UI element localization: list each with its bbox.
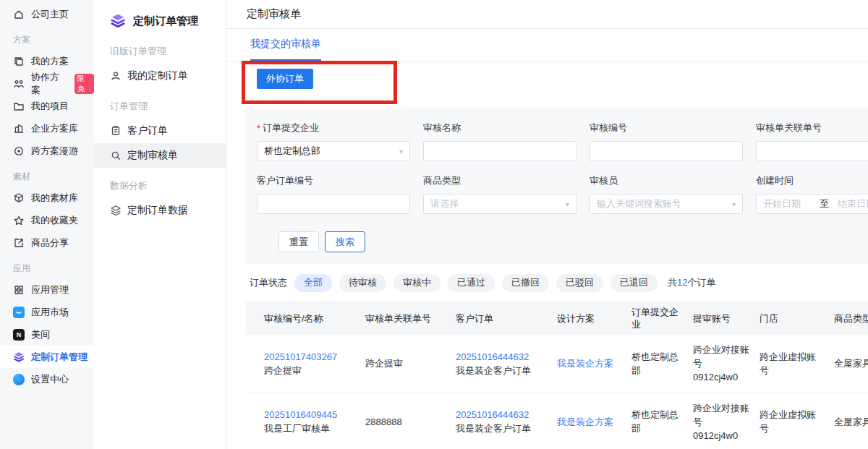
daterange-separator: 至 <box>820 197 829 210</box>
sidebar-item-label: 我的收藏夹 <box>31 214 78 227</box>
cell-customer-order: 20251016444632 我是装企客户订单 <box>456 393 557 449</box>
product-type-select[interactable]: 请选择 ▾ <box>423 194 576 214</box>
field-label-text: 审核单关联单号 <box>756 121 822 134</box>
field-label-text: 审核名称 <box>423 121 461 134</box>
sidebar-item-custom-order-manage[interactable]: 定制订单管理 <box>0 346 94 368</box>
status-pill-auditing[interactable]: 审核中 <box>393 274 441 292</box>
design-link[interactable]: 我是装企方案 <box>557 415 621 429</box>
outsource-order-button[interactable]: 外协订单 <box>257 69 313 89</box>
menu-section-old: 旧版订单管理 <box>94 39 226 64</box>
sidebar-item-meijian[interactable]: N 美间 <box>0 323 94 346</box>
sidebar-item-my-project[interactable]: 我的项目 <box>0 95 94 117</box>
app-title-text: 定制订单管理 <box>133 14 198 28</box>
sidebar-item-company-library[interactable]: 企业方案库 <box>0 117 94 140</box>
sidebar-item-cross-roam[interactable]: 跨方案漫游 <box>0 140 94 162</box>
sidebar-item-label: 我的方案 <box>31 55 69 68</box>
cell-related: 跨企提审 <box>365 335 456 393</box>
settings-icon <box>13 374 25 385</box>
sidebar-item-my-material[interactable]: 我的素材库 <box>0 187 94 209</box>
field-related-no: 审核单关联单号 <box>756 121 868 161</box>
star-icon <box>13 215 25 226</box>
search-button[interactable]: 搜索 <box>325 231 365 252</box>
sidebar-item-my-plan[interactable]: 我的方案 <box>0 50 94 72</box>
menu-item-custom-audit[interactable]: 定制审核单 <box>94 143 226 168</box>
audit-no-link[interactable]: 20251016409445 <box>264 408 355 422</box>
clipboard-icon <box>110 125 122 137</box>
status-pill-withdrawn[interactable]: 已撤回 <box>502 274 549 292</box>
collaboration-icon <box>13 78 25 90</box>
chevron-down-icon: ▾ <box>566 200 569 208</box>
sidebar-item-label: 跨方案漫游 <box>31 145 78 158</box>
sidebar-item-collab-plan[interactable]: 协作方案 限免 <box>0 72 94 95</box>
account-name: 跨企业对接账号 <box>693 401 749 429</box>
sidebar-item-app-manage[interactable]: 应用管理 <box>0 278 94 301</box>
audit-no-link[interactable]: 20251017403267 <box>264 350 355 364</box>
audit-no-input[interactable] <box>590 141 743 161</box>
col-store: 门店 <box>760 302 834 335</box>
audit-name-input[interactable] <box>423 141 576 161</box>
cube-icon <box>13 192 25 204</box>
col-design: 设计方案 <box>557 302 631 335</box>
menu-item-custom-order-data[interactable]: 定制订单数据 <box>94 198 226 223</box>
status-pill-returned[interactable]: 已退回 <box>610 274 658 292</box>
audit-name: 跨企提审 <box>264 364 355 377</box>
app-market-icon <box>13 307 25 318</box>
sidebar-item-label: 协作方案 <box>31 71 67 97</box>
status-pill-pending[interactable]: 待审核 <box>339 274 386 292</box>
layers-icon <box>110 205 122 216</box>
section-label-plan: 方案 <box>0 30 94 50</box>
order-status-filter: 订单状态 全部 待审核 审核中 已通过 已撤回 已驳回 已退回 共12个订单 <box>226 264 868 302</box>
status-pill-rejected[interactable]: 已驳回 <box>556 274 603 292</box>
start-date-placeholder: 开始日期 <box>763 197 801 210</box>
status-pill-passed[interactable]: 已通过 <box>448 274 495 292</box>
menu-item-label: 我的定制订单 <box>127 69 188 82</box>
count-number: 12 <box>677 277 687 288</box>
reset-button[interactable]: 重置 <box>278 231 319 252</box>
related-no-input[interactable] <box>756 141 868 161</box>
field-label-text: 审核员 <box>590 174 618 187</box>
select-placeholder: 输入关键词搜索账号 <box>597 197 681 210</box>
folder-icon <box>13 101 25 112</box>
cell-design: 我是装企方案 <box>557 335 631 393</box>
app-title: 定制订单管理 <box>94 9 226 33</box>
submit-company-select[interactable]: 桥也定制总部 ▾ <box>257 141 410 161</box>
sidebar-item-product-share[interactable]: 商品分享 <box>0 231 94 254</box>
customer-order-link[interactable]: 20251016444632 <box>456 408 547 422</box>
menu-item-my-custom-orders[interactable]: 我的定制订单 <box>94 64 226 88</box>
chevron-down-icon: ▾ <box>399 147 403 155</box>
field-label-text: 创建时间 <box>756 174 793 187</box>
audit-table: 审核编号/名称 审核单关联单号 客户订单 设计方案 订单提交企业 提审账号 门店… <box>246 302 868 449</box>
left-sidebar: 公司主页 方案 我的方案 协作方案 限免 我的项目 企业方案库 跨方案漫游 素材… <box>0 0 94 449</box>
sidebar-item-label: 商品分享 <box>31 236 69 249</box>
tab-my-submitted-audits[interactable]: 我提交的审核单 <box>250 29 321 61</box>
user-icon <box>110 70 122 82</box>
menu-section-order: 订单管理 <box>94 94 226 119</box>
sidebar-item-settings[interactable]: 设置中心 <box>0 368 94 390</box>
menu-item-customer-orders[interactable]: 客户订单 <box>94 119 226 143</box>
search-icon <box>110 150 122 161</box>
design-link[interactable]: 我是装企方案 <box>557 356 621 370</box>
sidebar-item-my-favorites[interactable]: 我的收藏夹 <box>0 209 94 231</box>
cell-category: 全屋家具 <box>834 335 868 393</box>
customer-order-no-input[interactable] <box>257 194 410 214</box>
toolbar: 外协订单 <box>226 62 868 108</box>
cell-audit: 20251017403267 跨企提审 <box>246 335 365 393</box>
account-id: 0912cj4w0 <box>693 429 749 442</box>
menu-item-label: 定制审核单 <box>127 149 178 162</box>
section-label-app: 应用 <box>0 258 94 278</box>
create-time-daterange[interactable]: 开始日期 至 结束日期 <box>756 194 868 214</box>
cell-related: 2888888 <box>365 393 456 449</box>
status-pill-all[interactable]: 全部 <box>294 274 332 292</box>
field-label-text: 客户订单编号 <box>257 174 313 187</box>
cell-category: 全屋家具 <box>834 393 868 449</box>
cell-store: 跨企业虚拟账号 <box>760 393 834 449</box>
page-title: 定制审核单 <box>247 7 301 21</box>
status-filter-label: 订单状态 <box>250 276 287 289</box>
col-customer-order: 客户订单 <box>456 302 557 335</box>
sidebar-item-app-market[interactable]: 应用市场 <box>0 301 94 323</box>
auditor-select[interactable]: 输入关键词搜索账号 ▾ <box>590 194 743 214</box>
field-label-text: 订单提交企业 <box>263 121 319 134</box>
sidebar-item-home[interactable]: 公司主页 <box>0 3 94 25</box>
col-audit-no-name: 审核编号/名称 <box>246 302 365 335</box>
customer-order-link[interactable]: 20251016444632 <box>456 350 547 364</box>
